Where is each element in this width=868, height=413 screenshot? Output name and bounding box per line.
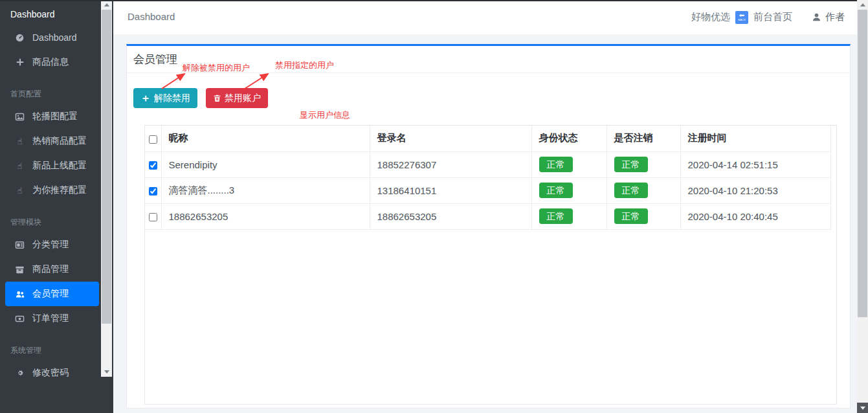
cell-login: 13186410151	[370, 177, 531, 203]
cell-nickname: Serendipity	[161, 151, 370, 177]
user-menu[interactable]: 作者	[812, 11, 845, 23]
page-scrollbar[interactable]	[857, 0, 868, 413]
user-icon	[812, 12, 821, 22]
column-header-logout-status: 是否注销	[606, 126, 680, 151]
user-name: 作者	[825, 11, 845, 23]
annotation-ban: 禁用指定的用户	[275, 60, 334, 71]
hand-pointer-icon: ☝	[14, 186, 25, 195]
sidebar-item-label: 商品信息	[32, 56, 69, 68]
members-table: 昵称 登录名 身份状态 是否注销 注册时间 Serendipity 1885	[144, 125, 837, 405]
row-checkbox[interactable]	[149, 213, 157, 221]
list-icon	[14, 240, 25, 250]
back-icon-label: BACK	[738, 19, 746, 21]
sidebar-item-recommend-config[interactable]: ☝ 为你推荐配置	[0, 178, 101, 203]
sidebar-item-label: 轮播图配置	[32, 111, 78, 122]
sidebar-item-goods-manage[interactable]: 商品管理	[0, 257, 101, 282]
cell-login: 18862653205	[370, 203, 531, 229]
sidebar-item-label: 订单管理	[32, 313, 69, 324]
row-checkbox[interactable]	[149, 187, 157, 195]
gauge-icon	[14, 33, 25, 43]
scroll-down-button[interactable]	[101, 366, 112, 377]
header-right: 好物优选 ⬅ BACK 前台首页 作者	[691, 0, 845, 34]
cell-register-time: 2020-04-10 20:40:45	[680, 203, 830, 229]
column-header-nickname: 昵称	[161, 126, 370, 151]
table-row: Serendipity 18852276307 正常 正常 2020-04-14…	[145, 151, 838, 177]
page-title: Dashboard	[128, 11, 175, 22]
hand-pointer-icon: ☝	[14, 137, 25, 146]
scroll-up-button[interactable]	[857, 0, 868, 10]
sidebar-scrollbar[interactable]	[101, 0, 112, 377]
sidebar-item-category-manage[interactable]: 分类管理	[0, 232, 101, 257]
scroll-down-button[interactable]	[857, 403, 868, 413]
sidebar-item-carousel-config[interactable]: 轮播图配置	[0, 104, 101, 129]
cell-register-time: 2020-04-14 02:51:15	[680, 151, 830, 177]
sidebar-item-new-goods-config[interactable]: ☝ 新品上线配置	[0, 153, 101, 178]
sidebar-item-hot-goods-config[interactable]: ☝ 热销商品配置	[0, 129, 101, 153]
sidebar-item-label: 修改密码	[32, 367, 69, 377]
identity-status-badge: 正常	[539, 183, 573, 198]
toolbar: ＋ 解除禁用 禁用账户	[133, 88, 268, 108]
sidebar-item-dashboard[interactable]: Dashboard	[0, 25, 101, 50]
scrollbar-thumb[interactable]	[858, 10, 867, 317]
sidebar-item-member-manage[interactable]: 会员管理	[5, 282, 99, 306]
sidebar-viewport: Dashboard Dashboard 商品信息 首页配置 轮播图配置	[0, 0, 101, 377]
ban-button[interactable]: 禁用账户	[206, 88, 268, 108]
logout-status-badge: 正常	[614, 208, 648, 224]
scrollbar-thumb[interactable]	[102, 10, 111, 324]
trash-icon	[213, 94, 221, 103]
cell-nickname: 18862653205	[161, 203, 370, 229]
table-row: 滴答滴答........3 13186410151 正常 正常 2020-04-…	[145, 177, 838, 203]
logout-status-badge: 正常	[614, 183, 648, 198]
cell-login: 18852276307	[370, 151, 531, 177]
plus-icon: ＋	[140, 93, 151, 104]
sidebar: Dashboard Dashboard 商品信息 首页配置 轮播图配置	[0, 0, 113, 413]
table-row: 18862653205 18862653205 正常 正常 2020-04-10…	[145, 203, 838, 229]
sidebar-item-label: 会员管理	[32, 288, 69, 300]
table-header-row: 昵称 登录名 身份状态 是否注销 注册时间	[145, 126, 838, 151]
sidebar-item-label: 分类管理	[32, 239, 69, 251]
cell-register-time: 2020-04-10 21:20:53	[680, 177, 830, 203]
back-arrow-glyph: ⬅	[739, 12, 744, 18]
sidebar-item-goods-info[interactable]: 商品信息	[0, 50, 101, 74]
plus-icon	[14, 58, 25, 67]
ban-button-label: 禁用账户	[225, 93, 261, 104]
annotation-show-info: 显示用户信息	[300, 109, 350, 121]
sidebar-item-change-password[interactable]: 修改密码	[0, 361, 101, 377]
sidebar-item-order-manage[interactable]: 订单管理	[0, 306, 101, 331]
window-top-edge	[0, 0, 857, 1]
column-header-login: 登录名	[370, 126, 531, 151]
cell-nickname: 滴答滴答........3	[161, 177, 370, 203]
column-header-identity-status: 身份状态	[531, 126, 606, 151]
image-icon	[14, 112, 25, 122]
identity-status-badge: 正常	[539, 157, 573, 172]
content-area: 会员管理 解除被禁用的用户 禁用指定的用户 显示用户信息 ＋ 解除禁用	[113, 34, 857, 413]
sidebar-section-system-manage: 系统管理	[0, 331, 101, 361]
page: Dashboard Dashboard 商品信息 首页配置 轮播图配置	[0, 0, 868, 413]
row-checkbox[interactable]	[149, 161, 157, 170]
select-all-checkbox[interactable]	[149, 135, 157, 144]
card-title: 会员管理	[133, 52, 177, 67]
hand-pointer-icon: ☝	[14, 162, 25, 170]
sidebar-item-label: 为你推荐配置	[32, 184, 87, 196]
front-page-link[interactable]: 前台首页	[753, 11, 792, 23]
member-manage-card: 会员管理 解除被禁用的用户 禁用指定的用户 显示用户信息 ＋ 解除禁用	[126, 44, 851, 408]
sidebar-section-manage-module: 管理模块	[0, 203, 101, 232]
sidebar-item-label: 新品上线配置	[32, 160, 87, 172]
sidebar-brand[interactable]: Dashboard	[0, 0, 101, 25]
sidebar-section-home-config: 首页配置	[0, 74, 101, 104]
sidebar-item-label: 热销商品配置	[32, 135, 87, 147]
sidebar-item-label: 商品管理	[32, 263, 69, 275]
box-icon	[14, 265, 25, 274]
column-header-register-time: 注册时间	[680, 126, 830, 151]
scroll-up-button[interactable]	[101, 0, 112, 10]
back-icon[interactable]: ⬅ BACK	[735, 11, 748, 24]
users-icon	[14, 289, 25, 299]
sidebar-item-label: Dashboard	[32, 32, 77, 43]
annotation-unban: 解除被禁用的用户	[183, 62, 250, 74]
gear-icon	[14, 368, 25, 377]
identity-status-badge: 正常	[539, 208, 573, 224]
top-header: Dashboard 好物优选 ⬅ BACK 前台首页 作者	[113, 0, 857, 34]
unban-button[interactable]: ＋ 解除禁用	[133, 88, 197, 108]
money-icon	[14, 314, 25, 324]
unban-button-label: 解除禁用	[154, 93, 190, 104]
